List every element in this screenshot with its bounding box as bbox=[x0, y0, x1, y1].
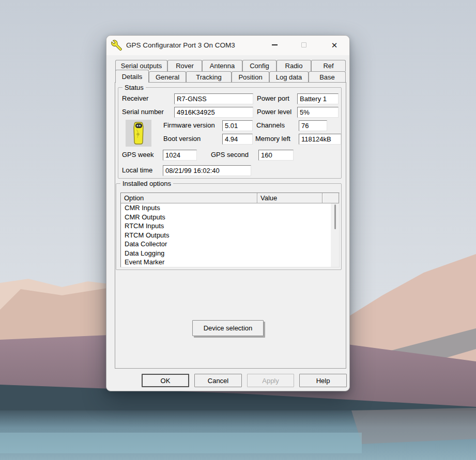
firmware-version-field[interactable]: 5.01 bbox=[222, 120, 253, 131]
device-selection-button[interactable]: Device selection bbox=[192, 320, 264, 336]
column-header-option[interactable]: Option bbox=[121, 193, 257, 203]
boot-version-field[interactable]: 4.94 bbox=[222, 134, 253, 145]
list-item[interactable]: Event Marker bbox=[121, 258, 331, 267]
serial-number-field[interactable]: 4916K34925 bbox=[174, 107, 253, 118]
title-bar[interactable]: GPS Configurator Port 3 On COM3 ✕ bbox=[106, 36, 349, 55]
tab-config[interactable]: Config bbox=[242, 60, 277, 71]
channels-field[interactable]: 76 bbox=[299, 120, 327, 131]
tab-radio[interactable]: Radio bbox=[277, 60, 311, 71]
ok-button[interactable]: OK bbox=[142, 374, 189, 387]
list-item[interactable]: Data Logging bbox=[121, 249, 331, 258]
gps-second-label: GPS second bbox=[211, 151, 249, 158]
list-header: Option Value bbox=[121, 193, 339, 203]
minimize-icon bbox=[272, 44, 278, 45]
wrench-icon bbox=[111, 40, 122, 51]
column-header-stub bbox=[323, 193, 339, 203]
tab-tracking[interactable]: Tracking bbox=[186, 71, 232, 83]
details-tab-page: Status Receiver R7-GNSS Power port Batte… bbox=[115, 82, 346, 369]
list-item[interactable]: RTCM Outputs bbox=[121, 231, 331, 240]
apply-button: Apply bbox=[247, 374, 294, 387]
installed-options-list: Option Value CMR Inputs CMR Outputs RTCM… bbox=[120, 193, 340, 267]
receiver-field[interactable]: R7-GNSS bbox=[174, 93, 253, 104]
installed-options-group: Installed options Option Value CMR Input… bbox=[116, 183, 342, 270]
tab-position[interactable]: Position bbox=[232, 71, 269, 83]
tab-details[interactable]: Details bbox=[115, 70, 149, 83]
receiver-icon bbox=[126, 120, 151, 147]
firmware-version-label: Firmware version bbox=[163, 121, 215, 129]
close-button[interactable]: ✕ bbox=[323, 36, 346, 54]
power-level-label: Power level bbox=[257, 108, 291, 116]
local-time-label: Local time bbox=[122, 166, 152, 174]
help-button[interactable]: Help bbox=[299, 374, 347, 387]
list-item[interactable]: CMR Outputs bbox=[121, 213, 331, 222]
gps-second-field[interactable]: 160 bbox=[258, 150, 294, 161]
tab-log-data[interactable]: Log data bbox=[269, 71, 309, 83]
channels-label: Channels bbox=[256, 121, 285, 129]
status-group-legend: Status bbox=[122, 84, 146, 91]
memory-left-field[interactable]: 118124kB bbox=[299, 134, 341, 145]
close-icon: ✕ bbox=[331, 41, 338, 49]
gps-week-field[interactable]: 1024 bbox=[163, 150, 197, 161]
column-header-value[interactable]: Value bbox=[257, 193, 323, 203]
power-port-field[interactable]: Battery 1 bbox=[297, 93, 339, 104]
list-scrollbar[interactable] bbox=[331, 203, 339, 267]
power-level-field[interactable]: 5% bbox=[297, 107, 339, 118]
serial-number-label: Serial number bbox=[122, 108, 164, 116]
tab-antenna[interactable]: Antenna bbox=[202, 60, 242, 71]
receiver-label: Receiver bbox=[122, 94, 148, 102]
list-rows: CMR Inputs CMR Outputs RTCM Inputs RTCM … bbox=[121, 203, 331, 267]
tab-base[interactable]: Base bbox=[309, 71, 346, 83]
maximize-button bbox=[293, 36, 315, 54]
desktop: GPS Configurator Port 3 On COM3 ✕ Serial… bbox=[0, 0, 476, 460]
memory-left-label: Memory left bbox=[255, 135, 290, 142]
gps-week-label: GPS week bbox=[122, 151, 153, 158]
list-item[interactable]: RTCM Inputs bbox=[121, 221, 331, 231]
maximize-icon bbox=[301, 42, 306, 47]
gps-configurator-window: GPS Configurator Port 3 On COM3 ✕ Serial… bbox=[106, 35, 350, 391]
local-time-field[interactable]: 08/21/99 16:02:40 bbox=[163, 165, 251, 176]
minimize-button[interactable] bbox=[263, 36, 286, 54]
installed-options-legend: Installed options bbox=[120, 180, 173, 187]
scrollbar-thumb[interactable] bbox=[334, 204, 336, 229]
list-item[interactable]: CMR Inputs bbox=[121, 203, 331, 213]
list-body: CMR Inputs CMR Outputs RTCM Inputs RTCM … bbox=[121, 203, 339, 267]
cancel-button[interactable]: Cancel bbox=[194, 374, 242, 387]
tab-ref[interactable]: Ref bbox=[311, 60, 346, 71]
power-port-label: Power port bbox=[257, 94, 289, 102]
tab-general[interactable]: General bbox=[149, 71, 186, 83]
boot-version-label: Boot version bbox=[163, 135, 201, 142]
status-group: Status Receiver R7-GNSS Power port Batte… bbox=[118, 87, 342, 179]
window-title: GPS Configurator Port 3 On COM3 bbox=[126, 41, 235, 49]
list-item[interactable]: Data Collector bbox=[121, 240, 331, 249]
tab-rover[interactable]: Rover bbox=[167, 60, 202, 71]
